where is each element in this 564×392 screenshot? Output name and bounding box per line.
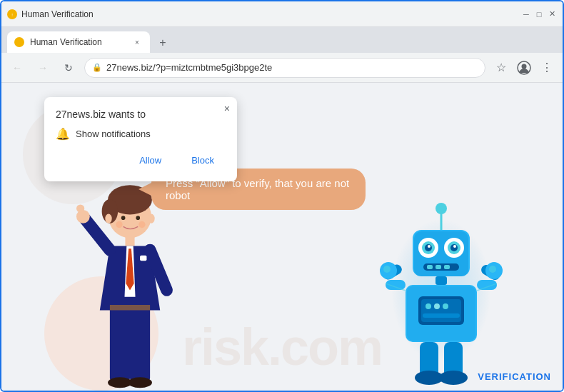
popup-notification-text: Show notifications [76, 129, 151, 139]
menu-button[interactable]: ⋮ [537, 58, 557, 78]
tab-favicon-icon [14, 37, 24, 47]
svg-point-61 [489, 266, 496, 273]
robot-illustration [377, 191, 505, 391]
svg-rect-20 [110, 307, 130, 381]
svg-rect-24 [110, 305, 150, 311]
svg-point-26 [116, 221, 122, 228]
tab-title: Human Verification [21, 9, 94, 19]
verification-label: VERIFICATION [478, 371, 551, 382]
svg-point-57 [383, 266, 391, 273]
lock-icon: 🔒 [92, 63, 102, 72]
title-bar: ! Human Verification ─ □ ✕ [1, 1, 563, 27]
svg-rect-53 [423, 313, 460, 318]
tab-close-button[interactable]: × [131, 36, 143, 48]
svg-rect-44 [444, 265, 450, 269]
watermark-text: risk.com [182, 318, 382, 376]
minimize-button[interactable]: ─ [521, 9, 531, 19]
svg-rect-45 [435, 276, 447, 285]
maximize-button[interactable]: □ [534, 9, 544, 19]
svg-point-30 [435, 203, 447, 214]
browser-window: ! Human Verification ─ □ ✕ Human Verific… [0, 0, 564, 392]
svg-point-8 [121, 216, 126, 220]
url-bar[interactable]: 🔒 27news.biz/?p=miztcmbtme5gi3bpge2te [84, 58, 485, 78]
svg-point-23 [128, 377, 152, 388]
popup-close-button[interactable]: × [224, 103, 230, 114]
svg-point-4 [522, 64, 527, 69]
svg-point-9 [136, 216, 140, 220]
bell-icon: 🔔 [56, 127, 70, 141]
tab-bar: Human Verification × + [1, 27, 563, 53]
svg-point-40 [453, 245, 456, 248]
close-button[interactable]: ✕ [547, 9, 557, 19]
forward-button[interactable]: → [33, 58, 53, 78]
popup-notification-row: 🔔 Show notifications [56, 127, 226, 141]
svg-point-65 [439, 371, 468, 385]
svg-point-52 [443, 303, 448, 309]
svg-rect-21 [130, 307, 150, 381]
toolbar-right: ☆ ⋮ [491, 58, 557, 78]
back-button[interactable]: ← [7, 58, 27, 78]
active-tab-title: Human Verification [30, 37, 126, 47]
refresh-button[interactable]: ↻ [59, 58, 79, 78]
svg-rect-49 [421, 299, 461, 322]
address-bar: ← → ↻ 🔒 27news.biz/?p=miztcmbtme5gi3bpge… [1, 53, 563, 83]
svg-rect-43 [435, 265, 441, 269]
bookmark-button[interactable]: ☆ [491, 58, 511, 78]
active-tab[interactable]: Human Verification × [7, 31, 150, 53]
popup-buttons: Allow Block [56, 151, 226, 170]
svg-point-2 [16, 39, 23, 46]
svg-rect-25 [140, 256, 146, 261]
svg-rect-42 [427, 265, 433, 269]
window-controls: ─ □ ✕ [521, 9, 557, 19]
svg-point-39 [428, 245, 430, 248]
new-tab-button[interactable]: + [153, 33, 173, 53]
svg-point-19 [76, 204, 84, 212]
tab-favicon: ! [7, 9, 17, 19]
url-text: 27news.biz/?p=miztcmbtme5gi3bpge2te [106, 62, 272, 73]
svg-point-10 [105, 214, 111, 223]
notification-popup: × 27news.biz wants to 🔔 Show notificatio… [44, 97, 237, 181]
svg-point-11 [148, 214, 154, 223]
allow-button[interactable]: Allow [128, 151, 173, 170]
popup-title: 27news.biz wants to [56, 109, 226, 120]
svg-point-27 [139, 221, 145, 228]
page-content: risk.com × 27news.biz wants to 🔔 Show no… [1, 83, 563, 391]
block-button[interactable]: Block [180, 151, 226, 170]
svg-point-51 [434, 303, 440, 309]
account-button[interactable] [514, 58, 534, 78]
svg-rect-12 [125, 236, 134, 246]
svg-point-50 [425, 303, 431, 309]
